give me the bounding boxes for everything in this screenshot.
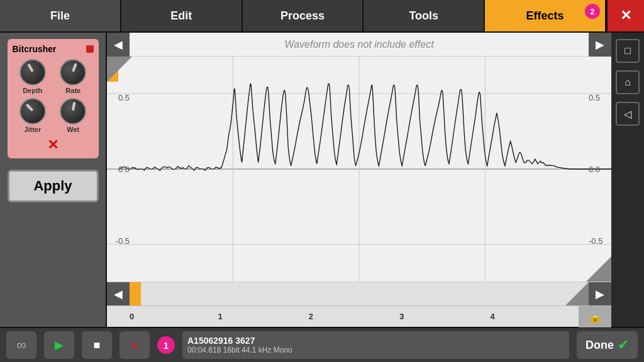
timeline-label-0: 0 — [130, 312, 134, 321]
nav-arrow-left-top[interactable]: ◀ — [107, 33, 130, 57]
transport-bar: ∞ ▶ ■ ● 1 A15062916 3627 00:04.818 16bit… — [0, 327, 644, 362]
menu-process[interactable]: Process — [243, 0, 364, 31]
jitter-label: Jitter — [24, 126, 41, 133]
stop-button[interactable]: ■ — [82, 331, 112, 359]
waveform-notice: Waveform does not include effect — [130, 39, 589, 50]
square-button[interactable]: □ — [616, 39, 640, 63]
file-info: A15062916 3627 00:04.818 16bit 44.1 kHz … — [182, 331, 569, 359]
knobs-row-2: Jitter Wet — [13, 98, 94, 133]
bitcrusher-plugin: Bitcrusher Depth Rate Jitter — [8, 39, 99, 158]
loop-button[interactable]: ∞ — [6, 331, 36, 359]
nav-arrow-left-bottom[interactable]: ◀ — [107, 282, 130, 306]
timeline-label-3: 3 — [399, 312, 404, 321]
menu-effects[interactable]: Effects 2 — [485, 0, 606, 31]
menu-edit[interactable]: Edit — [121, 0, 243, 31]
waveform-svg — [107, 57, 611, 282]
rate-knob-container: Rate — [60, 59, 86, 94]
timeline-label-1: 1 — [218, 312, 222, 321]
plugin-header: Bitcrusher — [13, 44, 94, 54]
waveform-nav-top: ◀ Waveform does not include effect ▶ — [107, 33, 611, 57]
waveform-nav-bottom: ◀ ▶ — [107, 282, 611, 305]
play-button[interactable]: ▶ — [44, 331, 74, 359]
plugin-remove[interactable]: ✕ — [13, 137, 94, 153]
record-button[interactable]: ● — [119, 331, 150, 359]
back-button[interactable]: ◁ — [616, 102, 640, 126]
jitter-knob-container: Jitter — [19, 98, 46, 133]
nav-arrow-right-top[interactable]: ▶ — [589, 33, 611, 57]
file-name: A15062916 3627 — [187, 336, 564, 346]
wet-knob[interactable] — [60, 98, 86, 124]
rate-knob[interactable] — [60, 59, 86, 85]
corner-triangle-top — [107, 57, 132, 82]
waveform-canvas[interactable]: 0.5 0.0 -0.5 0.5 0.0 -0.5 — [107, 57, 611, 282]
file-meta: 00:04.818 16bit 44.1 kHz Mono — [187, 346, 564, 354]
position-marker-bottom — [130, 282, 141, 306]
timeline-label-4: 4 — [491, 312, 495, 321]
knobs-row-1: Depth Rate — [13, 59, 94, 94]
corner-triangle-bottom — [586, 256, 611, 282]
timeline: 0 1 2 3 4 🔒 — [107, 305, 611, 327]
rate-label: Rate — [65, 87, 80, 94]
menu-file[interactable]: File — [0, 0, 121, 31]
effects-badge: 2 — [585, 4, 600, 19]
depth-knob[interactable] — [19, 59, 46, 85]
waveform-nav-bottom-track[interactable] — [130, 282, 589, 306]
waveform-area: ◀ Waveform does not include effect ▶ 0.5… — [107, 33, 611, 327]
corner-br — [565, 282, 589, 306]
plugin-name: Bitcrusher — [13, 44, 57, 54]
timeline-label-2: 2 — [309, 312, 313, 321]
lock-icon[interactable]: 🔒 — [579, 306, 611, 327]
home-button[interactable]: ⌂ — [616, 70, 640, 94]
jitter-knob[interactable] — [19, 98, 46, 124]
depth-knob-container: Depth — [19, 59, 46, 94]
left-panel: Bitcrusher Depth Rate Jitter — [0, 33, 107, 327]
wet-knob-container: Wet — [60, 98, 86, 133]
menu-tools[interactable]: Tools — [364, 0, 485, 31]
nav-arrow-right-bottom[interactable]: ▶ — [589, 282, 611, 306]
apply-button[interactable]: Apply — [8, 170, 99, 202]
close-button[interactable]: ✕ — [606, 0, 644, 31]
menu-bar: File Edit Process Tools Effects 2 ✕ — [0, 0, 644, 33]
done-button[interactable]: Done ✔ — [577, 331, 638, 359]
done-label: Done — [586, 339, 614, 352]
done-check-icon: ✔ — [618, 337, 629, 353]
plugin-active-indicator[interactable] — [86, 45, 94, 53]
right-panel: □ ⌂ ◁ — [611, 33, 644, 327]
transport-badge: 1 — [157, 336, 175, 354]
wet-label: Wet — [67, 126, 79, 133]
main-content: Bitcrusher Depth Rate Jitter — [0, 33, 644, 327]
depth-label: Depth — [23, 87, 42, 94]
